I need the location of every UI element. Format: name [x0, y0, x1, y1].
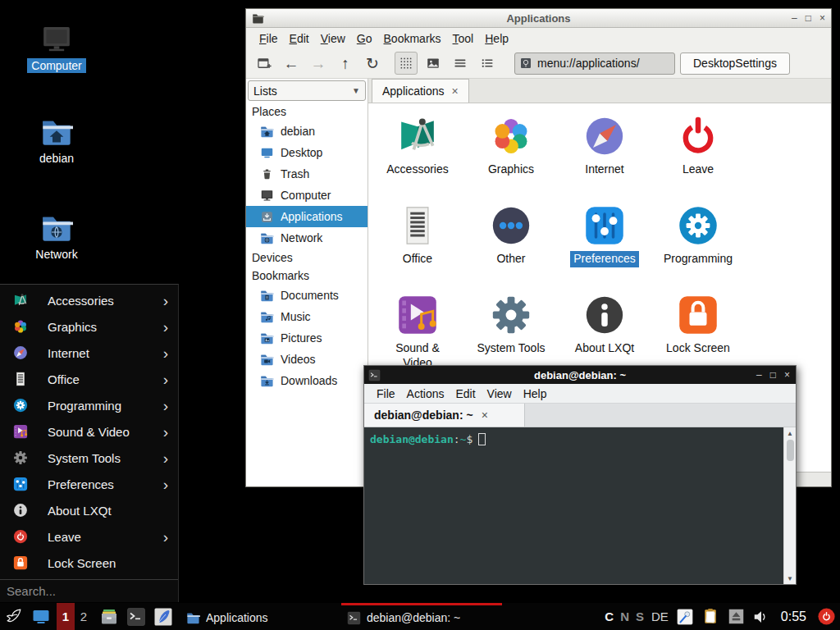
tab-close-icon[interactable]: × [482, 409, 488, 422]
app-other[interactable]: Other [464, 203, 558, 292]
back-button[interactable]: ← [280, 52, 303, 75]
term-menu-file[interactable]: File [371, 385, 401, 403]
removable-media-icon[interactable] [728, 608, 745, 625]
app-graphics[interactable]: Graphics [464, 113, 558, 203]
detailed-view-button[interactable] [476, 52, 499, 75]
new-tab-button[interactable] [253, 52, 276, 75]
reload-button[interactable]: ↻ [361, 52, 384, 75]
fm-menu-tool[interactable]: Tool [447, 30, 480, 48]
file-manager-launcher[interactable] [98, 605, 120, 628]
terminal-titlebar[interactable]: debian@debian: ~ – □ × [364, 366, 796, 384]
fm-titlebar[interactable]: Applications – □ × [246, 9, 831, 28]
lxqt-bird-icon [3, 606, 24, 627]
sidebar-item-network[interactable]: Network [246, 227, 368, 249]
clipboard-tray-icon[interactable] [701, 607, 720, 626]
sidebar-item-applications[interactable]: Applications [246, 206, 368, 227]
leave-power-icon [12, 528, 29, 545]
menu-item-preferences[interactable]: Preferences › [0, 471, 178, 497]
music-folder-icon [260, 310, 274, 324]
menu-item-about-lxqt[interactable]: About LXQt [0, 497, 178, 523]
desktop-icon-debian[interactable]: debian [17, 116, 96, 166]
app-internet[interactable]: Internet [558, 113, 651, 203]
term-menu-actions[interactable]: Actions [401, 385, 450, 403]
app-office[interactable]: Office [371, 203, 464, 292]
fm-menu-edit[interactable]: Edit [284, 30, 315, 48]
featherpad-launcher[interactable] [152, 605, 174, 628]
videos-folder-icon [260, 353, 274, 367]
terminal-screen[interactable]: debian@debian:~$ [364, 427, 783, 584]
tab-applications[interactable]: Applications × [372, 79, 469, 103]
term-menu-view[interactable]: View [482, 385, 518, 403]
menu-item-system-tools[interactable]: System Tools › [0, 445, 178, 471]
power-button-icon[interactable] [817, 607, 836, 626]
submenu-arrow-icon: › [163, 372, 171, 387]
desktop-settings-button[interactable]: DesktopSettings [680, 52, 790, 75]
app-preferences[interactable]: Preferences [558, 203, 651, 292]
menu-item-sound-video[interactable]: Sound & Video › [0, 418, 178, 445]
clock[interactable]: 0:55 [781, 609, 806, 624]
tab-close-icon[interactable]: × [452, 84, 459, 98]
workspace-2-button[interactable]: 2 [75, 603, 93, 630]
scroll-down-icon[interactable]: ▼ [787, 573, 793, 584]
caps-indicator: C [605, 609, 614, 623]
up-button[interactable]: ↑ [334, 52, 357, 75]
thumbnail-view-button[interactable] [422, 52, 445, 75]
start-menu: Accessories › Graphics › Internet › Offi… [0, 284, 179, 602]
sidebar-mode-select[interactable]: Lists ▼ [248, 80, 366, 101]
desktop-icon-label: Computer [27, 58, 85, 73]
app-leave[interactable]: Leave [651, 113, 745, 203]
sidebar-item-debian[interactable]: debian [246, 121, 368, 142]
sidebar-item-trash[interactable]: Trash [246, 163, 368, 185]
task-button-terminal[interactable]: debian@debian: ~ [341, 603, 502, 630]
sidebar-item-computer[interactable]: Computer [246, 185, 368, 206]
task-button-applications[interactable]: Applications [180, 603, 341, 630]
sidebar-item-music[interactable]: Music [246, 306, 368, 327]
term-menu-edit[interactable]: Edit [450, 385, 481, 403]
fm-menu-help[interactable]: Help [479, 30, 514, 48]
sidebar-item-videos[interactable]: Videos [246, 349, 368, 370]
fm-menu-view[interactable]: View [315, 30, 351, 48]
desktop-icon-computer[interactable]: Computer [17, 23, 96, 73]
menu-item-leave[interactable]: Leave › [0, 523, 178, 550]
show-desktop-button[interactable] [30, 605, 52, 628]
term-menu-help[interactable]: Help [518, 385, 553, 403]
sidebar-item-documents[interactable]: Documents [246, 285, 368, 306]
screenshot-tray-icon[interactable] [676, 608, 694, 626]
terminal-scrollbar[interactable]: ▲ ▼ [783, 427, 796, 584]
scrollbar-thumb[interactable] [787, 440, 794, 461]
forward-button[interactable]: → [307, 52, 330, 75]
network-folder-icon [260, 231, 274, 245]
fm-toolbar: ← → ↑ ↻ menu://applications/ DesktopSett… [246, 48, 831, 79]
search-input[interactable] [0, 584, 178, 598]
keyboard-layout[interactable]: DE [651, 609, 669, 623]
office-icon [12, 371, 29, 387]
terminal-launcher[interactable] [125, 605, 147, 628]
menu-item-internet[interactable]: Internet › [0, 340, 178, 366]
keyboard-indicator[interactable]: C N S [605, 609, 644, 623]
menu-item-programming[interactable]: Programming › [0, 392, 178, 418]
scroll-up-icon[interactable]: ▲ [787, 427, 793, 439]
fm-menu-bookmarks[interactable]: Bookmarks [378, 30, 447, 48]
menu-item-lock-screen[interactable]: Lock Screen [0, 550, 178, 576]
desktop-icon-network[interactable]: Network [17, 212, 96, 262]
sidebar-item-pictures[interactable]: Pictures [246, 327, 368, 349]
workspace-1-button[interactable]: 1 [57, 603, 75, 630]
path-bar[interactable]: menu://applications/ [514, 52, 675, 75]
path-text: menu://applications/ [537, 57, 640, 70]
sidebar-item-downloads[interactable]: Downloads [246, 370, 368, 391]
app-programming[interactable]: Programming [651, 203, 745, 292]
sidebar-item-desktop[interactable]: Desktop [246, 142, 368, 163]
app-accessories[interactable]: Accessories [371, 113, 464, 203]
menu-search[interactable] [0, 579, 178, 602]
icon-view-button[interactable] [395, 52, 418, 75]
compact-view-button[interactable] [449, 52, 472, 75]
menu-item-office[interactable]: Office › [0, 366, 178, 392]
menu-item-accessories[interactable]: Accessories › [0, 287, 178, 313]
submenu-arrow-icon: › [163, 319, 171, 335]
fm-menu-go[interactable]: Go [351, 30, 378, 48]
menu-item-graphics[interactable]: Graphics › [0, 313, 178, 340]
fm-menu-file[interactable]: File [253, 30, 284, 48]
start-menu-button[interactable] [2, 605, 25, 628]
volume-icon[interactable] [752, 608, 770, 626]
terminal-tab[interactable]: debian@debian: ~ × [364, 404, 525, 427]
